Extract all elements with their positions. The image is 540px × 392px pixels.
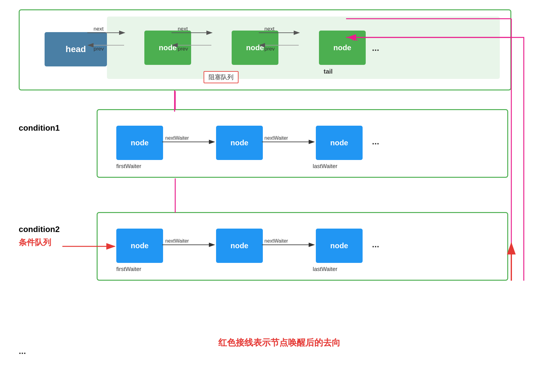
top-node2-label: node xyxy=(246,43,264,52)
head-label: head xyxy=(65,44,86,54)
top-node1-label: node xyxy=(159,43,176,52)
condition2-box: node node node firstWaiter lastWaiter ..… xyxy=(97,212,508,281)
c1-lastwaiter-label: lastWaiter xyxy=(313,163,337,170)
c1-node1: node xyxy=(116,126,163,160)
c1-node3: node xyxy=(316,126,363,160)
c2-lastwaiter-label: lastWaiter xyxy=(313,266,337,273)
condition1-label: condition1 xyxy=(19,123,60,133)
condition2-label: condition2 xyxy=(19,225,60,234)
top-section: head node node node ... 阻塞队列 tail xyxy=(19,9,511,90)
bottom-note: 红色接线表示节点唤醒后的去向 xyxy=(218,337,340,349)
top-dots: ... xyxy=(372,43,379,53)
c1-dots: ... xyxy=(372,137,379,147)
blocking-queue-label: 阻塞队列 xyxy=(204,71,239,83)
tail-label: tail xyxy=(324,68,333,75)
top-node3: node xyxy=(319,31,366,65)
c2-node2: node xyxy=(216,229,263,263)
c2-firstwaiter-label: firstWaiter xyxy=(116,266,141,273)
top-node1: node xyxy=(144,31,191,65)
condition1-box: node node node firstWaiter lastWaiter ..… xyxy=(97,109,508,178)
head-box: head xyxy=(45,32,107,66)
c1-firstwaiter-label: firstWaiter xyxy=(116,163,141,170)
condition-queue-label: 条件队列 xyxy=(19,237,51,248)
c2-node3: node xyxy=(316,229,363,263)
top-node2: node xyxy=(232,31,278,65)
c2-dots: ... xyxy=(372,240,379,249)
c1-node2: node xyxy=(216,126,263,160)
bottom-dots: ... xyxy=(19,346,26,356)
c2-node1: node xyxy=(116,229,163,263)
top-node3-label: node xyxy=(333,43,351,52)
diagram-container: head node node node ... 阻塞队列 tail condit… xyxy=(0,0,540,392)
